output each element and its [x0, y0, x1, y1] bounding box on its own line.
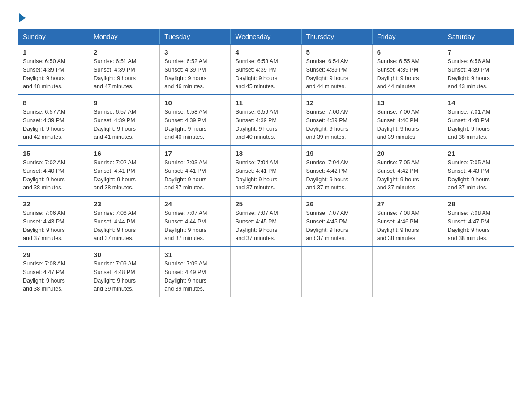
- calendar-cell: 14 Sunrise: 7:01 AMSunset: 4:40 PMDaylig…: [443, 95, 514, 146]
- day-number: 20: [377, 150, 438, 157]
- day-number: 6: [377, 48, 438, 56]
- day-number: 4: [235, 48, 296, 56]
- day-number: 30: [94, 251, 155, 258]
- weekday-header-thursday: Thursday: [301, 29, 372, 45]
- weekday-header-tuesday: Tuesday: [160, 29, 231, 45]
- day-number: 29: [23, 251, 84, 258]
- day-info: Sunrise: 6:55 AMSunset: 4:39 PMDaylight:…: [377, 58, 420, 90]
- calendar-cell: 3 Sunrise: 6:52 AMSunset: 4:39 PMDayligh…: [160, 44, 231, 95]
- week-row-3: 15 Sunrise: 7:02 AMSunset: 4:40 PMDaylig…: [18, 146, 514, 196]
- day-number: 3: [164, 48, 226, 56]
- day-info: Sunrise: 7:05 AMSunset: 4:42 PMDaylight:…: [377, 159, 420, 191]
- day-info: Sunrise: 6:54 AMSunset: 4:39 PMDaylight:…: [306, 58, 349, 90]
- day-number: 26: [306, 200, 368, 208]
- day-info: Sunrise: 7:08 AMSunset: 4:47 PMDaylight:…: [448, 210, 490, 241]
- calendar-cell: 7 Sunrise: 6:56 AMSunset: 4:39 PMDayligh…: [443, 44, 514, 95]
- calendar-cell: 26 Sunrise: 7:07 AMSunset: 4:45 PMDaylig…: [301, 196, 372, 247]
- day-number: 24: [164, 200, 226, 208]
- day-number: 16: [94, 150, 155, 157]
- weekday-header-sunday: Sunday: [18, 29, 89, 45]
- day-number: 12: [306, 99, 368, 107]
- day-info: Sunrise: 7:07 AMSunset: 4:45 PMDaylight:…: [306, 210, 349, 241]
- week-row-4: 22 Sunrise: 7:06 AMSunset: 4:43 PMDaylig…: [18, 196, 514, 247]
- calendar-cell: 25 Sunrise: 7:07 AMSunset: 4:45 PMDaylig…: [231, 196, 301, 247]
- day-info: Sunrise: 7:09 AMSunset: 4:48 PMDaylight:…: [94, 261, 136, 292]
- calendar-cell: 21 Sunrise: 7:05 AMSunset: 4:43 PMDaylig…: [443, 146, 514, 196]
- calendar-cell: 31 Sunrise: 7:09 AMSunset: 4:49 PMDaylig…: [160, 247, 231, 297]
- calendar-cell: 20 Sunrise: 7:05 AMSunset: 4:42 PMDaylig…: [372, 146, 443, 196]
- day-number: 19: [306, 150, 368, 157]
- day-info: Sunrise: 7:06 AMSunset: 4:44 PMDaylight:…: [94, 210, 136, 241]
- calendar-cell: 30 Sunrise: 7:09 AMSunset: 4:48 PMDaylig…: [89, 247, 160, 297]
- day-number: 2: [94, 48, 155, 56]
- day-info: Sunrise: 6:58 AMSunset: 4:39 PMDaylight:…: [164, 109, 207, 140]
- day-number: 14: [448, 99, 509, 107]
- day-info: Sunrise: 7:07 AMSunset: 4:45 PMDaylight:…: [235, 210, 278, 241]
- logo: [18, 13, 27, 21]
- calendar-cell: 19 Sunrise: 7:04 AMSunset: 4:42 PMDaylig…: [301, 146, 372, 196]
- calendar-cell: 9 Sunrise: 6:57 AMSunset: 4:39 PMDayligh…: [89, 95, 160, 146]
- day-number: 1: [23, 48, 84, 56]
- weekday-header-friday: Friday: [372, 29, 443, 45]
- calendar-cell: [443, 247, 514, 297]
- day-info: Sunrise: 7:01 AMSunset: 4:40 PMDaylight:…: [448, 109, 490, 140]
- calendar-cell: [231, 247, 301, 297]
- calendar-cell: 1 Sunrise: 6:50 AMSunset: 4:39 PMDayligh…: [18, 44, 89, 95]
- calendar-cell: 23 Sunrise: 7:06 AMSunset: 4:44 PMDaylig…: [89, 196, 160, 247]
- calendar-cell: 12 Sunrise: 7:00 AMSunset: 4:39 PMDaylig…: [301, 95, 372, 146]
- day-number: 7: [448, 48, 509, 56]
- logo-arrow-icon: [19, 13, 26, 22]
- calendar-cell: 27 Sunrise: 7:08 AMSunset: 4:46 PMDaylig…: [372, 196, 443, 247]
- calendar-cell: 15 Sunrise: 7:02 AMSunset: 4:40 PMDaylig…: [18, 146, 89, 196]
- week-row-5: 29 Sunrise: 7:08 AMSunset: 4:47 PMDaylig…: [18, 247, 514, 297]
- day-info: Sunrise: 6:57 AMSunset: 4:39 PMDaylight:…: [23, 109, 65, 140]
- day-info: Sunrise: 6:51 AMSunset: 4:39 PMDaylight:…: [94, 58, 136, 90]
- day-info: Sunrise: 6:57 AMSunset: 4:39 PMDaylight:…: [94, 109, 136, 140]
- calendar-cell: 13 Sunrise: 7:00 AMSunset: 4:40 PMDaylig…: [372, 95, 443, 146]
- day-info: Sunrise: 7:05 AMSunset: 4:43 PMDaylight:…: [448, 159, 490, 191]
- weekday-header-monday: Monday: [89, 29, 160, 45]
- calendar-cell: 16 Sunrise: 7:02 AMSunset: 4:41 PMDaylig…: [89, 146, 160, 196]
- day-info: Sunrise: 6:52 AMSunset: 4:39 PMDaylight:…: [164, 58, 207, 90]
- day-info: Sunrise: 7:04 AMSunset: 4:42 PMDaylight:…: [306, 159, 349, 191]
- day-info: Sunrise: 6:59 AMSunset: 4:39 PMDaylight:…: [235, 109, 278, 140]
- day-number: 18: [235, 150, 296, 157]
- day-info: Sunrise: 6:56 AMSunset: 4:39 PMDaylight:…: [448, 58, 490, 90]
- calendar-cell: 10 Sunrise: 6:58 AMSunset: 4:39 PMDaylig…: [160, 95, 231, 146]
- calendar-cell: 5 Sunrise: 6:54 AMSunset: 4:39 PMDayligh…: [301, 44, 372, 95]
- calendar-cell: 18 Sunrise: 7:04 AMSunset: 4:41 PMDaylig…: [231, 146, 301, 196]
- calendar-cell: 11 Sunrise: 6:59 AMSunset: 4:39 PMDaylig…: [231, 95, 301, 146]
- day-number: 17: [164, 150, 226, 157]
- day-number: 23: [94, 200, 155, 208]
- calendar-cell: [372, 247, 443, 297]
- calendar-table: SundayMondayTuesdayWednesdayThursdayFrid…: [18, 29, 514, 297]
- page-header: [18, 13, 514, 21]
- calendar-cell: 8 Sunrise: 6:57 AMSunset: 4:39 PMDayligh…: [18, 95, 89, 146]
- day-number: 5: [306, 48, 368, 56]
- calendar-cell: 24 Sunrise: 7:07 AMSunset: 4:44 PMDaylig…: [160, 196, 231, 247]
- day-number: 10: [164, 99, 226, 107]
- day-number: 13: [377, 99, 438, 107]
- week-row-2: 8 Sunrise: 6:57 AMSunset: 4:39 PMDayligh…: [18, 95, 514, 146]
- weekday-header-saturday: Saturday: [443, 29, 514, 45]
- day-info: Sunrise: 7:04 AMSunset: 4:41 PMDaylight:…: [235, 159, 278, 191]
- day-number: 28: [448, 200, 509, 208]
- day-info: Sunrise: 7:08 AMSunset: 4:47 PMDaylight:…: [23, 261, 65, 292]
- day-info: Sunrise: 6:53 AMSunset: 4:39 PMDaylight:…: [235, 58, 278, 90]
- week-row-1: 1 Sunrise: 6:50 AMSunset: 4:39 PMDayligh…: [18, 44, 514, 95]
- day-info: Sunrise: 7:02 AMSunset: 4:40 PMDaylight:…: [23, 159, 65, 191]
- day-number: 11: [235, 99, 296, 107]
- day-info: Sunrise: 7:00 AMSunset: 4:39 PMDaylight:…: [306, 109, 349, 140]
- weekday-header-wednesday: Wednesday: [231, 29, 301, 45]
- day-number: 22: [23, 200, 84, 208]
- day-info: Sunrise: 7:08 AMSunset: 4:46 PMDaylight:…: [377, 210, 420, 241]
- day-number: 8: [23, 99, 84, 107]
- calendar-cell: 17 Sunrise: 7:03 AMSunset: 4:41 PMDaylig…: [160, 146, 231, 196]
- calendar-cell: 6 Sunrise: 6:55 AMSunset: 4:39 PMDayligh…: [372, 44, 443, 95]
- day-info: Sunrise: 7:02 AMSunset: 4:41 PMDaylight:…: [94, 159, 136, 191]
- calendar-cell: 22 Sunrise: 7:06 AMSunset: 4:43 PMDaylig…: [18, 196, 89, 247]
- logo-text: [18, 13, 27, 22]
- calendar-cell: 4 Sunrise: 6:53 AMSunset: 4:39 PMDayligh…: [231, 44, 301, 95]
- day-number: 31: [164, 251, 226, 258]
- day-info: Sunrise: 6:50 AMSunset: 4:39 PMDaylight:…: [23, 58, 65, 90]
